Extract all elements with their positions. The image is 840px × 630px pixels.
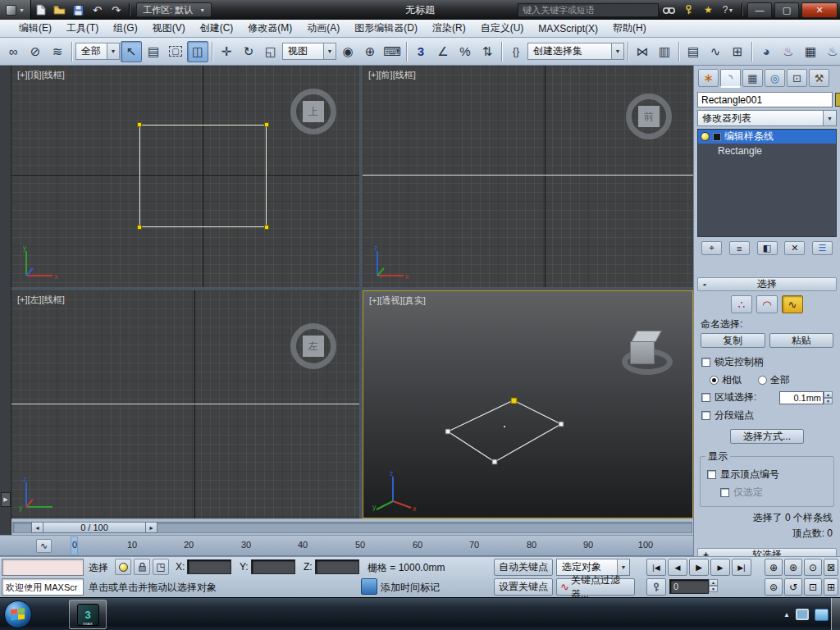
viewcube[interactable]: 上 xyxy=(290,89,336,135)
rectangular-selection-region-button[interactable]: ▢ xyxy=(165,41,186,62)
save-file-button[interactable] xyxy=(69,1,88,19)
show-hidden-icons-button[interactable]: ▲ xyxy=(783,611,790,619)
help-button[interactable]: ?▼ xyxy=(719,2,737,18)
tab-utilities[interactable]: ⚒ xyxy=(809,69,829,87)
menu-group[interactable]: 组(G) xyxy=(106,20,144,37)
select-by-button[interactable]: 选择方式... xyxy=(730,429,804,444)
close-button[interactable]: ✕ xyxy=(801,2,838,18)
transform-z-field[interactable] xyxy=(315,559,359,574)
material-editor-button[interactable]: ◕ xyxy=(756,41,777,62)
spin-down-icon[interactable]: ▼ xyxy=(709,586,718,592)
rendered-frame-window-button[interactable]: ▦ xyxy=(800,41,821,62)
frame-spinner[interactable]: ▲ ▼ xyxy=(709,579,718,592)
new-scene-button[interactable] xyxy=(31,1,50,19)
viewport-top[interactable]: [+][顶][线框] 上 y x xyxy=(11,66,359,287)
menu-animation[interactable]: 动画(A) xyxy=(299,20,347,37)
viewcube-top-face[interactable] xyxy=(631,331,661,342)
current-frame-field[interactable] xyxy=(669,579,709,594)
snap-toggle-3d-button[interactable]: 3 xyxy=(410,41,431,62)
select-and-move-button[interactable]: ✛ xyxy=(216,41,237,62)
spin-down-icon[interactable]: ▼ xyxy=(824,398,833,404)
add-time-tag-button[interactable]: 添加时间标记 xyxy=(381,581,440,595)
remove-modifier-button[interactable]: ✕ xyxy=(784,241,805,255)
selected-only-checkbox[interactable]: 仅选定 xyxy=(720,486,827,500)
named-selection-set-dropdown[interactable]: 创建选择集 ▼ xyxy=(527,43,624,60)
rectangle-spline[interactable] xyxy=(139,125,267,227)
zoom-extents-button[interactable]: ⊙ xyxy=(804,559,822,576)
select-and-scale-button[interactable]: ◱ xyxy=(260,41,281,62)
start-button[interactable] xyxy=(4,600,32,628)
zoom-region-button[interactable]: ⊡ xyxy=(804,578,822,596)
menu-maxscript[interactable]: MAXScript(X) xyxy=(531,20,605,37)
vertex-subobject-button[interactable]: ∴ xyxy=(731,295,752,313)
area-threshold-spinner[interactable]: ▲ ▼ xyxy=(824,391,833,404)
select-by-name-button[interactable]: ▤ xyxy=(143,41,164,62)
transform-x-field[interactable] xyxy=(187,559,231,574)
previous-frame-button[interactable]: ◀ xyxy=(668,559,687,576)
maximize-viewport-toggle[interactable]: ⊞ xyxy=(824,578,838,596)
viewport-left-label[interactable]: [+][左][线框] xyxy=(17,294,65,306)
previous-frame-button[interactable]: ◂ xyxy=(31,522,43,533)
viewport-left[interactable]: [+][左][线框] 左 z y xyxy=(11,290,359,518)
spline-subobject-button[interactable]: ∿ xyxy=(782,295,803,313)
rectangle-edge-on[interactable] xyxy=(363,175,693,176)
viewcube[interactable]: 左 xyxy=(290,323,336,369)
bind-to-spacewarp-button[interactable]: ≋ xyxy=(47,41,68,62)
menu-modifiers[interactable]: 修改器(M) xyxy=(240,20,299,37)
viewport-front-label[interactable]: [+][前][线框] xyxy=(368,69,416,81)
menu-create[interactable]: 创建(C) xyxy=(193,20,241,37)
viewport-top-label[interactable]: [+][顶][线框] xyxy=(17,69,65,81)
chevron-down-icon[interactable]: ▼ xyxy=(323,43,336,59)
edit-named-selection-sets-button[interactable]: {} xyxy=(505,41,527,62)
undo-button[interactable]: ↶ xyxy=(88,1,107,19)
chevron-down-icon[interactable]: ▼ xyxy=(107,43,119,59)
tab-modify[interactable]: ◝ xyxy=(720,69,741,87)
show-desktop-button[interactable] xyxy=(831,598,840,630)
orbit-view-button[interactable]: ↺ xyxy=(784,578,802,596)
mirror-button[interactable]: ⋈ xyxy=(632,41,653,62)
chevron-down-icon[interactable]: ▼ xyxy=(823,111,836,126)
show-end-result-button[interactable]: ≡ xyxy=(729,241,750,255)
all-radio[interactable]: 全部 xyxy=(758,373,790,387)
spin-up-icon[interactable]: ▲ xyxy=(709,579,718,586)
viewcube-front-face[interactable] xyxy=(630,341,655,364)
macro-recorder-field[interactable] xyxy=(2,559,84,576)
auto-key-button[interactable]: 自动关键点 xyxy=(494,559,553,576)
select-object-button[interactable]: ↖ xyxy=(121,41,142,62)
segment-subobject-button[interactable]: ◠ xyxy=(756,295,778,313)
selection-filter-dropdown[interactable]: 全部 ▼ xyxy=(75,43,120,60)
viewcube[interactable]: 前 xyxy=(626,94,672,139)
chevron-down-icon[interactable]: ▼ xyxy=(611,43,623,59)
spline-vertex[interactable] xyxy=(264,122,269,127)
time-tag-icon[interactable] xyxy=(361,578,377,595)
key-filters-button[interactable]: ∿ 关键点过滤器... xyxy=(556,578,635,596)
go-to-start-button[interactable]: |◀ xyxy=(646,559,666,576)
menu-rendering[interactable]: 渲染(R) xyxy=(425,20,473,37)
menu-customize[interactable]: 自定义(U) xyxy=(473,20,532,37)
modifier-list-dropdown[interactable]: 修改器列表 ▼ xyxy=(697,110,837,126)
menu-help[interactable]: 帮助(H) xyxy=(605,20,654,37)
viewport-front[interactable]: [+][前][线框] 前 z x xyxy=(363,66,693,287)
transform-y-field[interactable] xyxy=(251,559,295,574)
taskbar-3dsmax-button[interactable]: 3max xyxy=(69,600,107,629)
modifier-stack-item-rectangle[interactable]: Rectangle xyxy=(698,144,836,158)
area-threshold-field[interactable]: 0.1mm xyxy=(779,391,824,404)
maximize-button[interactable]: ▢ xyxy=(774,2,799,18)
zoom-button[interactable]: ⊕ xyxy=(765,559,783,576)
viewcube-face[interactable]: 左 xyxy=(303,336,324,357)
angle-snap-toggle[interactable]: ∠ xyxy=(432,41,454,62)
spin-up-icon[interactable]: ▲ xyxy=(824,391,833,398)
open-mini-curve-editor-button[interactable]: ∿ xyxy=(36,539,52,553)
network-tray-icon[interactable] xyxy=(796,609,809,620)
infocenter-key-button[interactable] xyxy=(679,2,698,18)
zoom-extents-all-button[interactable]: ⊠ xyxy=(824,559,838,576)
alike-radio[interactable]: 相似 xyxy=(710,373,742,387)
viewcube[interactable] xyxy=(620,327,674,378)
spline-vertex[interactable] xyxy=(264,225,269,230)
show-vertex-numbers-checkbox[interactable]: 显示顶点编号 xyxy=(707,468,827,482)
paste-button[interactable]: 粘贴 xyxy=(769,333,834,348)
expand-left-panel-button[interactable]: ▶ xyxy=(1,492,11,507)
rectangle-edge-on[interactable] xyxy=(11,404,359,404)
set-key-mode-button[interactable]: 设置关键点 xyxy=(494,578,553,596)
curve-editor-button[interactable]: ∿ xyxy=(705,41,726,62)
